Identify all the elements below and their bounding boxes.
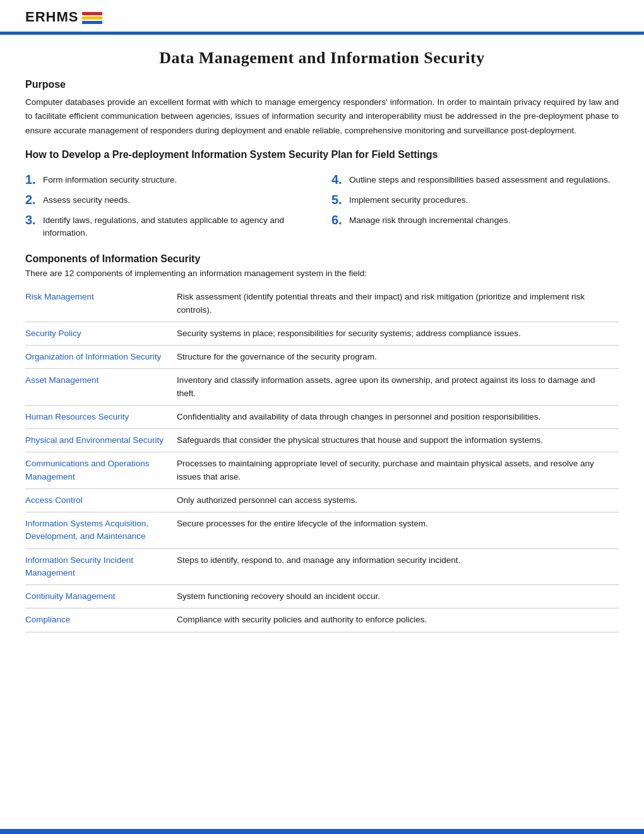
table-row: Human Resources SecurityConfidentiality … [25,405,619,428]
component-description: Security systems in place; responsibilit… [177,322,619,345]
step-text-6: Manage risk through incremental changes. [349,212,510,227]
logo-text: ERHMS [25,9,78,25]
table-row: Information Systems Acquisition, Develop… [25,512,619,549]
components-table: Risk ManagementRisk assessment (identify… [25,286,619,632]
component-name: Organization of Information Security [25,346,177,369]
header: ERHMS [0,0,644,32]
component-description: Compliance with security policies and au… [177,608,619,632]
table-row: Access ControlOnly authorized personnel … [25,488,619,512]
step-item: 2. Assess security needs. [25,190,313,210]
flag-stripe-red [82,12,102,15]
table-row: Organization of Information SecurityStru… [25,346,619,369]
component-description: Confidentiality and availability of data… [177,405,619,428]
steps-right-col: 4. Outline steps and responsibilities ba… [331,169,619,243]
step-number-4: 4. [331,172,345,187]
steps-grid: 1. Form information security structure. … [25,169,619,243]
component-description: Processes to maintaining appropriate lev… [177,452,619,489]
step-item: 3. Identify laws, regulations, and statu… [25,210,313,243]
components-heading: Components of Information Security [25,253,619,265]
component-description: Inventory and classify information asset… [177,369,619,406]
step-text-5: Implement security procedures. [349,192,468,207]
step-number-3: 3. [25,212,39,227]
components-intro: There are 12 components of implementing … [25,269,619,278]
table-row: Continuity ManagementSystem functioning … [25,585,619,608]
component-name: Risk Management [25,286,177,322]
purpose-text: Computer databases provide an excellent … [25,95,619,138]
step-item: 5. Implement security procedures. [331,190,619,210]
step-number-1: 1. [25,172,39,187]
bottom-border [0,829,644,834]
component-description: Steps to identify, respond to, and manag… [177,548,619,585]
component-name: Information Security Incident Management [25,548,177,585]
main-content: Data Management and Information Security… [0,35,644,670]
component-name: Human Resources Security [25,405,177,428]
logo-flag [82,12,102,24]
step-number-5: 5. [331,192,345,207]
table-row: Communications and Operations Management… [25,452,619,489]
table-row: Asset ManagementInventory and classify i… [25,369,619,406]
component-description: System functioning recovery should an in… [177,585,619,608]
purpose-heading: Purpose [25,79,619,90]
component-name: Communications and Operations Management [25,452,177,489]
flag-stripe-blue [82,21,102,24]
component-description: Structure for the governance of the secu… [177,346,619,369]
step-number-6: 6. [331,212,345,227]
page-title: Data Management and Information Security [25,35,619,79]
component-name: Physical and Environmental Security [25,429,177,452]
steps-left-col: 1. Form information security structure. … [25,169,313,243]
component-description: Risk assessment (identify potential thre… [177,286,619,322]
table-row: Security PolicySecurity systems in place… [25,322,619,345]
step-item: 4. Outline steps and responsibilities ba… [331,169,619,190]
table-row: ComplianceCompliance with security polic… [25,608,619,632]
component-description: Secure processes for the entire lifecycl… [177,512,619,549]
step-item: 6. Manage risk through incremental chang… [331,210,619,230]
component-name: Asset Management [25,369,177,406]
table-row: Risk ManagementRisk assessment (identify… [25,286,619,322]
step-text-2: Assess security needs. [43,192,130,207]
component-description: Only authorized personnel can access sys… [177,488,619,512]
component-name: Security Policy [25,322,177,345]
table-row: Physical and Environmental SecuritySafeg… [25,429,619,452]
step-item: 1. Form information security structure. [25,169,313,190]
step-text-4: Outline steps and responsibilities based… [349,172,611,186]
component-name: Access Control [25,488,177,512]
component-name: Continuity Management [25,585,177,608]
step-number-2: 2. [25,192,39,207]
plan-heading: How to Develop a Pre-deployment Informat… [25,149,619,160]
component-description: Safeguards that consider the physical st… [177,429,619,452]
step-text-1: Form information security structure. [43,172,177,186]
component-name: Information Systems Acquisition, Develop… [25,512,177,549]
step-text-3: Identify laws, regulations, and statutes… [43,212,313,240]
component-name: Compliance [25,608,177,632]
flag-stripe-yellow [82,16,102,20]
table-row: Information Security Incident Management… [25,548,619,585]
